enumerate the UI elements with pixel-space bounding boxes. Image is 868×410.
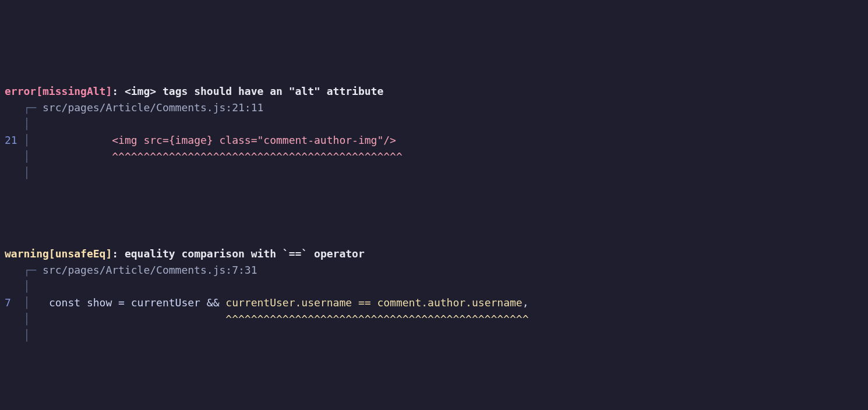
gutter-line: │ xyxy=(5,280,30,292)
diagnostics-output: error[missingAlt]: <img> tags should hav… xyxy=(0,49,868,410)
code-line: <img src={image} class="comment-author-i… xyxy=(49,134,396,146)
diagnostic-block: warning[unsafeEq]: equality comparison w… xyxy=(5,246,863,343)
caret-underline: ^^^^^^^^^^^^^^^^^^^^^^^^^^^^^^^^^^^^^^^^… xyxy=(225,313,528,325)
line-number: 7 xyxy=(5,296,11,309)
severity-label: error[missingAlt] xyxy=(5,85,112,97)
blank-line xyxy=(5,197,863,214)
highlighted-code: currentUser.username == comment.author.u… xyxy=(225,296,522,309)
gutter-line: │ xyxy=(5,313,49,325)
diagnostic-title: : <img> tags should have an "alt" attrib… xyxy=(112,85,383,97)
gutter-line: ┌─ xyxy=(5,264,43,276)
source-path: src/pages/Article/Comments.js:7:31 xyxy=(43,264,257,276)
severity-label: warning[unsafeEq] xyxy=(5,248,112,260)
line-number: 21 xyxy=(5,134,17,146)
caret-underline: ^^^^^^^^^^^^^^^^^^^^^^^^^^^^^^^^^^^^^^^^… xyxy=(112,150,403,162)
gutter-line: │ xyxy=(5,167,30,179)
diagnostic-title: : equality comparison with `==` operator xyxy=(112,248,365,260)
gutter-line: │ xyxy=(5,150,49,162)
gutter-line: │ xyxy=(5,329,30,341)
source-path: src/pages/Article/Comments.js:21:11 xyxy=(43,101,263,114)
highlighted-code: <img src={image} class="comment-author-i… xyxy=(112,134,396,146)
gutter-line: │ xyxy=(5,118,30,130)
diagnostic-block: error[missingAlt]: <img> tags should hav… xyxy=(5,83,863,181)
blank-line xyxy=(5,360,863,376)
gutter-line: ┌─ xyxy=(5,101,43,114)
code-line: const show = currentUser && currentUser.… xyxy=(49,296,529,309)
